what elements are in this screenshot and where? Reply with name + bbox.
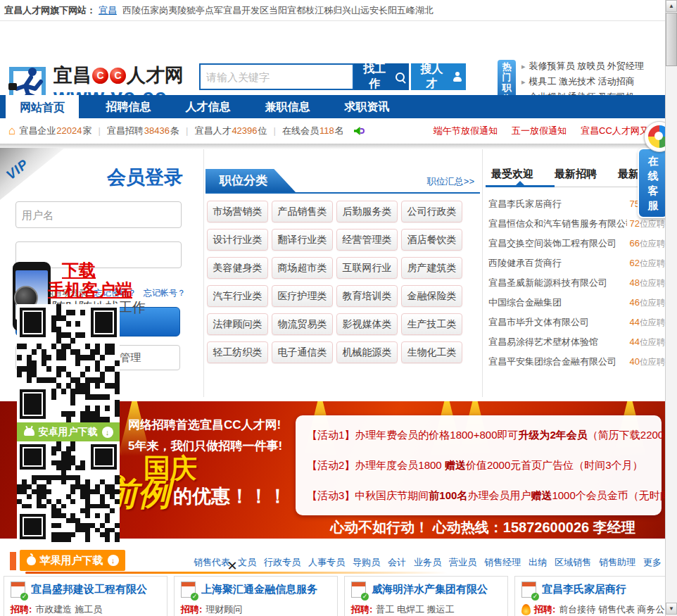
category-button[interactable]: 法律顾问类 bbox=[207, 313, 268, 335]
active-tab-underline bbox=[486, 185, 555, 187]
banner-slogan-1: 网络招聘首选宜昌CC人才网! bbox=[128, 417, 281, 433]
vip-ribbon: VIP bbox=[0, 148, 65, 200]
category-button[interactable]: 公司行政类 bbox=[401, 201, 462, 222]
speaker-icon bbox=[354, 127, 365, 135]
company-card[interactable]: 威海明洋水产集团有限公 招聘:普工 电焊工 搬运工 bbox=[344, 576, 508, 616]
logo-name-b: 人才网 bbox=[127, 65, 184, 86]
category-button[interactable]: 生产技工类 bbox=[401, 313, 462, 335]
android-download-button[interactable]: 安卓用户下载 bbox=[17, 422, 120, 441]
forgot-account-link[interactable]: 忘记帐号？ bbox=[144, 287, 186, 299]
hot-keyword[interactable]: 导购员 bbox=[353, 553, 380, 572]
nav-item-news[interactable]: 求职资讯 bbox=[330, 95, 404, 118]
manage-link[interactable]: 管理 bbox=[120, 351, 141, 363]
search-input[interactable] bbox=[199, 63, 354, 90]
categories-header: 职位分类 职位汇总>> bbox=[205, 169, 480, 194]
nav-item-home[interactable]: 网站首页 bbox=[6, 95, 79, 123]
document-check-icon bbox=[351, 582, 366, 598]
close-icon[interactable] bbox=[225, 559, 239, 573]
main-nav: 网站首页 招聘信息 人才信息 兼职信息 求职资讯 bbox=[0, 95, 665, 118]
categories-summary-link[interactable]: 职位汇总>> bbox=[427, 175, 474, 188]
tab-most-popular[interactable]: 最受欢迎 bbox=[491, 168, 533, 181]
hot-keyword[interactable]: 人事专员 bbox=[308, 553, 345, 572]
nav-item-parttime[interactable]: 兼职信息 bbox=[251, 95, 324, 118]
categories-grid: 市场营销类 产品销售类 后勤服务类 公司行政类 设计行业类 翻译行业类 经营管理… bbox=[207, 201, 467, 363]
category-button[interactable]: 影视媒体类 bbox=[336, 313, 398, 335]
login-title: 会员登录 bbox=[70, 165, 183, 190]
scroll-up-button[interactable] bbox=[666, 0, 677, 12]
hot-position-line[interactable]: 模具工 激光技术 活动招商 bbox=[521, 74, 644, 89]
promo-activity-1: 【活动1】办理年费会员的价格1800+800即可升级为2年会员（简历下载2200… bbox=[307, 420, 650, 450]
category-button[interactable]: 商场超市类 bbox=[272, 257, 333, 279]
document-check-icon bbox=[11, 582, 25, 598]
username-input[interactable] bbox=[15, 201, 182, 228]
promo-activity-2: 【活动2】办理年度会员1800 赠送价值2000元首页广告位（时间3个月） bbox=[307, 450, 650, 480]
topbar: 宜昌人才网旗下网站：宜昌西陵伍家岗夷陵猇亭点军宜昌开发区当阳宜都枝江秭归兴山远安… bbox=[0, 0, 665, 21]
apple-icon bbox=[27, 556, 36, 565]
document-check-icon bbox=[181, 582, 196, 598]
category-button[interactable]: 金融保险类 bbox=[401, 285, 462, 307]
company-row: 宜昌平安集团综合金融有限公司40位应聘 bbox=[488, 352, 665, 372]
hot-keyword[interactable]: 业务员 bbox=[414, 553, 441, 572]
category-button[interactable]: 美容健身类 bbox=[207, 257, 268, 279]
logo-name-a: 宜昌 bbox=[53, 65, 91, 86]
nav-item-jobs[interactable]: 招聘信息 bbox=[91, 95, 165, 118]
hot-keyword[interactable]: 行政专员 bbox=[264, 553, 300, 572]
category-button[interactable]: 后勤服务类 bbox=[336, 201, 398, 222]
hot-keyword[interactable]: 销售经理 bbox=[484, 553, 521, 572]
search-talent-button[interactable]: 搜人才 bbox=[411, 63, 466, 90]
hot-keyword[interactable]: 会计 bbox=[388, 553, 406, 572]
hot-position-line[interactable]: 装修预算员 放映员 外贸经理 bbox=[521, 58, 644, 74]
scroll-down-button[interactable] bbox=[666, 603, 677, 615]
company-row: 宜昌交换空间装饰工程有限公司66位应聘 bbox=[488, 234, 665, 253]
popular-tabs: 最受欢迎 最新招聘 最新人才 bbox=[491, 168, 660, 181]
scrollbar[interactable] bbox=[665, 0, 677, 616]
category-button[interactable]: 房产建筑类 bbox=[401, 257, 462, 279]
category-button[interactable]: 市场营销类 bbox=[207, 201, 268, 222]
category-button[interactable]: 电子通信类 bbox=[272, 341, 333, 363]
apple-download-button[interactable]: 苹果用户下载 bbox=[20, 550, 125, 571]
category-button[interactable]: 经营管理类 bbox=[336, 229, 398, 251]
online-service-button[interactable]: 在线客服 bbox=[638, 148, 669, 218]
topbar-city-link[interactable]: 宜昌 bbox=[99, 5, 117, 15]
category-button[interactable]: 机械能源类 bbox=[336, 341, 398, 363]
notice-link[interactable]: 端午节放假通知 bbox=[434, 118, 498, 144]
hot-keyword[interactable]: 营业员 bbox=[449, 553, 476, 572]
category-button[interactable]: 互联网行业 bbox=[336, 257, 398, 279]
nav-item-talents[interactable]: 人才信息 bbox=[171, 95, 245, 118]
category-button[interactable]: 翻译行业类 bbox=[272, 229, 333, 251]
category-button[interactable]: 汽车行业类 bbox=[207, 285, 268, 307]
logo-c-ball-2: C bbox=[110, 68, 126, 84]
category-button[interactable]: 产品销售类 bbox=[272, 201, 333, 222]
logo-c-ball-1: C bbox=[92, 68, 108, 84]
company-row: 宜昌易涂得艺术壁材体验馆44位应聘 bbox=[488, 332, 665, 352]
category-button[interactable]: 物流贸易类 bbox=[272, 313, 333, 335]
company-card[interactable]: 宜昌盛邦建设工程有限公 招聘:市政建造 施工员 bbox=[4, 576, 167, 616]
tab-newest-jobs[interactable]: 最新招聘 bbox=[555, 168, 597, 181]
apple-bar-accent bbox=[10, 552, 16, 570]
category-button[interactable]: 医疗护理类 bbox=[272, 285, 333, 307]
category-button[interactable]: 轻工纺织类 bbox=[207, 341, 268, 363]
category-button[interactable]: 生物化工类 bbox=[401, 341, 462, 363]
company-card[interactable]: 宜昌李氏家居商行 招聘:前台接待 销售代表 商务公 bbox=[514, 576, 677, 616]
hot-keyword[interactable]: 出纳 bbox=[529, 553, 547, 572]
banner-hotline: 心动不如行动！ 心动热线：15872600026 李经理 bbox=[303, 518, 663, 537]
notice-link[interactable]: 五一放假通知 bbox=[512, 118, 567, 144]
promo-activity-3: 【活动3】中秋国庆节期间前100名办理会员用户赠送1000个会员金币（无时间限制… bbox=[307, 480, 650, 510]
document-check-icon bbox=[521, 582, 536, 598]
category-button[interactable]: 教育培训类 bbox=[336, 285, 398, 307]
person-icon bbox=[453, 72, 462, 82]
topbar-region-links[interactable]: 西陵伍家岗夷陵猇亭点军宜昌开发区当阳宜都枝江秭归兴山远安长阳五峰湖北 bbox=[122, 5, 434, 15]
hot-keyword-more[interactable]: 更多 bbox=[643, 553, 662, 572]
scrollbar-thumb[interactable] bbox=[666, 13, 677, 66]
category-button[interactable]: 酒店餐饮类 bbox=[401, 229, 462, 251]
search-icon bbox=[396, 73, 405, 82]
company-row: 宜昌恒信众和汽车销售服务有限公司72位应聘 bbox=[488, 214, 665, 234]
find-job-button[interactable]: 找工作 bbox=[354, 63, 409, 90]
hot-keyword[interactable]: 文员 bbox=[238, 553, 256, 572]
categories-title: 职位分类 bbox=[205, 169, 296, 192]
company-card[interactable]: 上海聚汇通金融信息服务 招聘:理财顾问 bbox=[174, 576, 338, 616]
hot-keyword[interactable]: 区域销售 bbox=[555, 553, 591, 572]
category-button[interactable]: 设计行业类 bbox=[207, 229, 268, 251]
hot-keyword[interactable]: 销售助理 bbox=[599, 553, 635, 572]
topbar-label: 宜昌人才网旗下网站： bbox=[4, 5, 96, 15]
